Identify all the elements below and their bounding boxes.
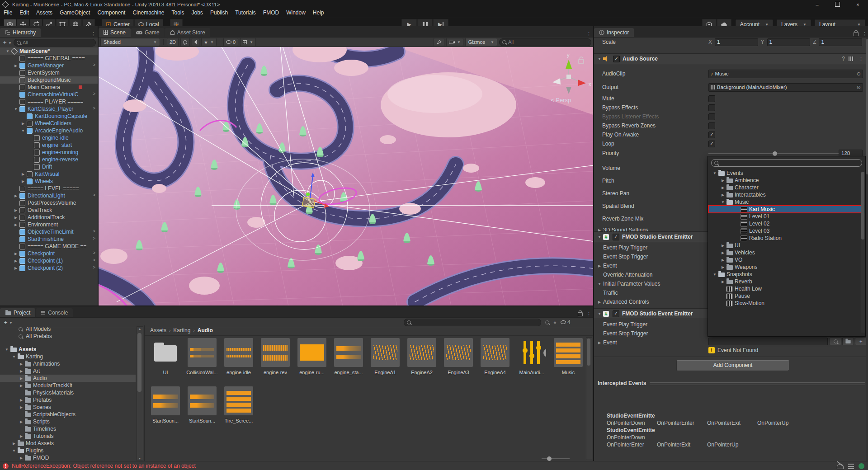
hierarchy-item[interactable]: engine-running > <box>0 149 98 156</box>
hierarchy-search[interactable] <box>14 39 96 47</box>
scene-menu-icon[interactable]: ⋮ <box>585 31 593 37</box>
project-tree-item[interactable]: All Prefabs <box>0 333 136 340</box>
project-tree-scrollbar[interactable]: ▲ ▼ <box>137 326 143 461</box>
event-tree-item[interactable]: VO <box>708 256 865 263</box>
event-browser-search[interactable] <box>711 159 862 167</box>
menu-item[interactable]: Help <box>309 9 328 16</box>
minimize-button[interactable]: – <box>807 0 827 9</box>
project-tree-item[interactable]: Animations <box>0 360 136 367</box>
search-by-label-icon[interactable]: ★ <box>553 320 557 325</box>
hierarchy-item[interactable]: Drift > <box>0 163 98 170</box>
expand-arrow-icon[interactable] <box>13 266 19 270</box>
prefab-open-chevron[interactable]: > <box>93 229 95 234</box>
thumbnail-zoom-slider[interactable] <box>542 458 570 459</box>
hierarchy-item[interactable]: BackgroundMusic > <box>0 76 98 84</box>
menu-item[interactable]: Tools <box>168 9 188 16</box>
event-tree-item[interactable]: Reverb <box>708 278 865 285</box>
event-tree-item[interactable]: Snapshots <box>708 271 865 278</box>
hierarchy-item[interactable]: KartVisual > <box>0 170 98 178</box>
project-tree-item[interactable]: Art <box>0 367 136 375</box>
event-tree-item[interactable]: UI <box>708 242 865 249</box>
object-picker-icon[interactable]: ⊙ <box>857 71 861 77</box>
asset-item[interactable]: ▶ engine-ru... <box>297 338 326 375</box>
expand-arrow-icon[interactable] <box>20 172 26 176</box>
menu-item[interactable]: FMOD <box>259 9 283 16</box>
hierarchy-item[interactable]: Wheels > <box>0 178 98 185</box>
expand-arrow-icon[interactable] <box>18 405 24 409</box>
breadcrumb-karting[interactable]: Karting <box>173 327 190 334</box>
expand-arrow-icon[interactable] <box>18 398 24 402</box>
expand-arrow-icon[interactable] <box>720 179 726 183</box>
inspector-scrollbar[interactable] <box>866 38 868 462</box>
asset-item[interactable]: ▶ EngineA4 <box>481 338 509 375</box>
checkbox[interactable] <box>708 132 715 138</box>
expand-arrow-icon[interactable] <box>13 223 19 227</box>
grid-visibility-dropdown[interactable]: ▼ <box>240 38 256 46</box>
menu-item[interactable]: Jobs <box>188 9 207 16</box>
project-tree-item[interactable]: Audio <box>0 375 136 382</box>
audioclip-field[interactable]: ♪ Music ⊙ <box>708 70 863 78</box>
lock-icon[interactable] <box>854 32 859 36</box>
expand-arrow-icon[interactable] <box>18 434 24 438</box>
popup-scrollbar[interactable] <box>861 172 865 333</box>
component-enabled-checkbox[interactable] <box>613 310 619 317</box>
hierarchy-item[interactable]: ===== GENERAL ==== > <box>0 55 98 62</box>
project-tree-item[interactable]: ModularTrackKit <box>0 382 136 389</box>
foldout-arrow-icon[interactable] <box>597 57 602 61</box>
status-error-text[interactable]: NullReferenceException: Object reference… <box>12 463 196 469</box>
event-add-button[interactable]: ＋ <box>855 338 867 345</box>
audio-source-header[interactable]: Audio Source ? ⋮ <box>594 53 868 64</box>
prefab-open-chevron[interactable]: > <box>93 236 95 241</box>
prefab-open-chevron[interactable]: > <box>93 250 95 255</box>
draw-mode-dropdown[interactable]: Shaded▼ <box>100 38 160 46</box>
asset-item[interactable]: ▶ engine-rev <box>261 338 290 375</box>
project-tree-item[interactable]: Prefabs <box>0 396 136 404</box>
hidden-packages-toggle[interactable]: 4 <box>561 319 571 325</box>
hierarchy-item[interactable]: ArcadeEngineAudio > <box>0 127 98 134</box>
asset-item[interactable]: ▶ EngineA3 <box>444 338 473 375</box>
event-tree-item[interactable]: Kart Music <box>708 206 865 213</box>
expand-arrow-icon[interactable] <box>720 251 726 255</box>
foldout-arrow-icon[interactable] <box>597 235 602 239</box>
asset-item[interactable]: ▶ engine_sta... <box>334 338 363 375</box>
asset-item[interactable]: ▶ CollisionWal... <box>188 338 217 375</box>
tab-game[interactable]: Game <box>131 28 165 37</box>
priority-slider[interactable] <box>708 153 840 154</box>
persp-label[interactable]: < Persp <box>551 97 571 103</box>
event-search-button[interactable] <box>830 338 841 345</box>
presets-icon[interactable] <box>849 56 853 61</box>
project-tree-item[interactable]: Scenes <box>0 404 136 411</box>
output-field[interactable]: Background (MainAudioMixer) ⊙ <box>708 83 863 92</box>
menu-item[interactable]: Component <box>94 9 129 16</box>
asset-thumbnail[interactable] <box>224 386 253 415</box>
expand-arrow-icon[interactable] <box>712 273 718 277</box>
event-tree-item[interactable]: Slow-Motion <box>708 300 865 307</box>
asset-item[interactable]: ▶ EngineA1 <box>371 338 400 375</box>
hierarchy-item[interactable]: Environment > <box>0 221 98 228</box>
gizmos-dropdown[interactable]: Gizmos▼ <box>465 38 497 46</box>
event-tree-item[interactable]: Health Low <box>708 285 865 292</box>
checkbox[interactable] <box>708 95 715 102</box>
prefab-open-chevron[interactable]: > <box>93 62 95 67</box>
project-tree-item[interactable]: Plugins <box>0 447 136 454</box>
object-picker-icon[interactable]: ⊙ <box>857 85 861 90</box>
project-tree-item[interactable]: ScriptableObjects <box>0 411 136 418</box>
event-tree-item[interactable]: Vehicles <box>708 249 865 256</box>
gizmo-center-cube[interactable] <box>566 75 571 79</box>
asset-thumbnail[interactable]: ▶ <box>224 338 253 367</box>
hierarchy-search-input[interactable] <box>23 40 93 45</box>
component-enabled-checkbox[interactable] <box>613 234 619 240</box>
create-object-button[interactable]: ＋▼ <box>2 38 12 47</box>
asset-item[interactable]: ▶ EngineA2 <box>407 338 436 375</box>
expand-arrow-icon[interactable] <box>720 200 726 204</box>
project-tree-item[interactable]: Assets <box>0 346 136 353</box>
collab-status-icon[interactable] <box>859 463 864 469</box>
hierarchy-item[interactable]: ObjectiveTimeLimit > <box>0 228 98 235</box>
scene-search[interactable] <box>499 38 591 46</box>
tab-hierarchy[interactable]: Hierarchy <box>0 28 41 37</box>
project-tree-item[interactable]: All Models <box>0 325 136 333</box>
event-tree-item[interactable]: Character <box>708 184 865 191</box>
asset-thumbnail[interactable]: ▶ <box>334 338 363 367</box>
project-menu-icon[interactable]: ⋮ <box>585 311 593 317</box>
prefab-open-chevron[interactable]: > <box>93 91 95 96</box>
